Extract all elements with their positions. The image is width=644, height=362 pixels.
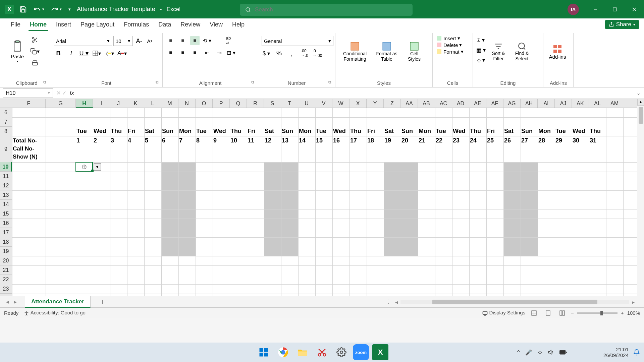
column-header-X[interactable]: X <box>350 99 367 108</box>
undo-button[interactable]: ▾ <box>32 4 46 14</box>
fx-icon[interactable]: fx <box>70 90 74 96</box>
maximize-button[interactable] <box>605 0 625 18</box>
increase-font-button[interactable]: A▴ <box>134 36 144 46</box>
autosum-button[interactable]: Σ ▾ <box>476 35 486 45</box>
column-header-AB[interactable]: AB <box>418 99 435 108</box>
display-settings-button[interactable]: Display Settings <box>482 310 525 316</box>
decrease-font-button[interactable]: A▾ <box>145 36 154 46</box>
column-header-AF[interactable]: AF <box>486 99 503 108</box>
column-header-AL[interactable]: AL <box>589 99 606 108</box>
formula-input[interactable] <box>76 88 636 98</box>
row-header-14[interactable]: 14 <box>0 200 12 209</box>
vertical-scrollbar[interactable] <box>637 106 644 296</box>
microphone-icon[interactable]: 🎤 <box>525 349 532 356</box>
user-avatar[interactable]: IA <box>568 4 579 15</box>
notifications-icon[interactable] <box>633 349 640 356</box>
redo-button[interactable]: ▾ <box>50 4 63 14</box>
cancel-formula-icon[interactable]: ✕ <box>56 90 61 96</box>
number-format-dropdown[interactable]: General▾ <box>262 36 333 46</box>
italic-button[interactable]: I <box>66 49 76 58</box>
row-header-18[interactable]: 18 <box>0 237 12 247</box>
tab-help[interactable]: Help <box>227 18 249 31</box>
column-header-AI[interactable]: AI <box>538 99 555 108</box>
volume-icon[interactable] <box>548 349 555 356</box>
search-input[interactable] <box>255 6 407 13</box>
column-header-AE[interactable]: AE <box>469 99 486 108</box>
new-sheet-button[interactable]: + <box>101 298 105 306</box>
column-header-I[interactable]: I <box>93 99 110 108</box>
decrease-decimal-button[interactable]: .0→.00 <box>313 49 322 58</box>
column-header-AC[interactable]: AC <box>435 99 452 108</box>
page-layout-view-button[interactable] <box>543 309 553 317</box>
copy-button[interactable]: ▾ <box>30 47 40 56</box>
clear-button[interactable]: ◇ ▾ <box>476 55 486 65</box>
row-header-9[interactable]: 9 <box>0 136 12 162</box>
horizontal-scrollbar[interactable] <box>400 300 629 304</box>
column-header-AD[interactable]: AD <box>452 99 469 108</box>
hscroll-right[interactable]: ▸ <box>629 299 637 305</box>
align-center-button[interactable]: ≡ <box>178 48 187 57</box>
scroll-up-button[interactable]: ▴ <box>637 99 644 106</box>
wifi-icon[interactable] <box>537 349 543 356</box>
sheet-nav-next[interactable]: ▸ <box>11 299 19 305</box>
column-header-AG[interactable]: AG <box>503 99 521 108</box>
tab-file[interactable]: File <box>6 18 25 31</box>
qat-customize-icon[interactable]: ▾ <box>67 5 72 13</box>
column-header-N[interactable]: N <box>178 99 196 108</box>
column-header-M[interactable]: M <box>161 99 178 108</box>
font-size-dropdown[interactable]: 10▾ <box>113 36 133 46</box>
close-button[interactable] <box>625 0 644 18</box>
column-header-L[interactable]: L <box>144 99 161 108</box>
comma-format-button[interactable]: , <box>287 49 297 58</box>
align-right-button[interactable]: ≡ <box>190 48 200 57</box>
sort-filter-button[interactable]: Sort & Filter <box>488 33 509 70</box>
row-header-19[interactable]: 19 <box>0 247 12 256</box>
column-header-W[interactable]: W <box>332 99 350 108</box>
tab-insert[interactable]: Insert <box>51 18 76 31</box>
borders-button[interactable]: ▾ <box>92 49 101 58</box>
column-header-G[interactable]: G <box>46 99 76 108</box>
column-header-V[interactable]: V <box>315 99 332 108</box>
align-bottom-button[interactable]: ≡ <box>190 36 200 45</box>
vertical-scroll-thumb[interactable] <box>639 107 643 124</box>
sheet-nav-prev[interactable]: ◂ <box>3 299 11 305</box>
column-header-AK[interactable]: AK <box>572 99 589 108</box>
zoom-in-button[interactable]: + <box>621 310 624 316</box>
column-header-S[interactable]: S <box>264 99 281 108</box>
row-header-16[interactable]: 16 <box>0 219 12 228</box>
zoom-out-button[interactable]: − <box>571 310 574 316</box>
column-header-Z[interactable]: Z <box>384 99 401 108</box>
data-validation-dropdown-icon[interactable]: ▾ <box>94 163 101 171</box>
font-name-dropdown[interactable]: Arial▾ <box>54 36 112 46</box>
merge-center-button[interactable]: ⊞ ▾ <box>226 48 236 57</box>
cell-styles-button[interactable]: Cell Styles <box>402 33 426 70</box>
row-header-6[interactable]: 6 <box>0 108 12 117</box>
column-header-O[interactable]: O <box>196 99 213 108</box>
column-header-AM[interactable]: AM <box>606 99 623 108</box>
sheet-tab-active[interactable]: Attendance Tracker <box>25 296 91 308</box>
increase-indent-button[interactable]: ⇥ <box>214 48 224 57</box>
delete-cells-button[interactable]: Delete ▾ <box>436 42 462 48</box>
row-header-13[interactable]: 13 <box>0 190 12 200</box>
format-painter-button[interactable] <box>30 58 40 67</box>
column-header-T[interactable]: T <box>281 99 298 108</box>
number-launcher-icon[interactable]: ⧉ <box>328 80 334 85</box>
row-header-10[interactable]: 10 <box>0 162 12 172</box>
addins-button[interactable]: Add-ins <box>547 33 568 70</box>
excel-taskbar-icon[interactable]: X <box>372 344 388 360</box>
percent-format-button[interactable]: % <box>274 49 284 58</box>
row-header-7[interactable]: 7 <box>0 117 12 127</box>
format-as-table-button[interactable]: Format as Table <box>372 33 402 70</box>
sheet-tabs-menu-icon[interactable]: ⋮ <box>386 299 391 305</box>
column-header-AJ[interactable]: AJ <box>555 99 572 108</box>
expand-formula-bar-icon[interactable]: ⌄ <box>636 90 641 96</box>
column-header-Y[interactable]: Y <box>367 99 384 108</box>
tab-view[interactable]: View <box>205 18 227 31</box>
start-button[interactable] <box>256 344 272 360</box>
column-header-J[interactable]: J <box>110 99 127 108</box>
spreadsheet-grid[interactable]: FGHIJKLMNOPQRSTUVWXYZAAABACADAEAFAGAHAIA… <box>0 99 644 296</box>
search-box[interactable] <box>240 4 413 16</box>
conditional-formatting-button[interactable]: Conditional Formatting <box>339 33 371 70</box>
select-all-corner[interactable] <box>0 99 12 108</box>
row-header-12[interactable]: 12 <box>0 181 12 190</box>
